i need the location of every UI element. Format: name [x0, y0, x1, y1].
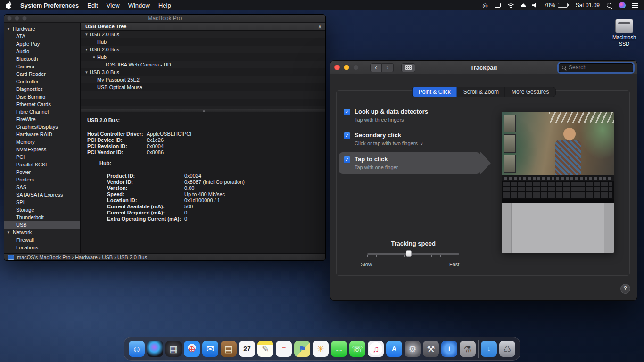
back-button[interactable]: ‹	[370, 63, 382, 72]
dock-siri[interactable]	[147, 341, 163, 357]
sidebar-item[interactable]: ▼Network	[4, 229, 80, 236]
tracking-slider-thumb[interactable]	[406, 250, 412, 257]
dock-safari[interactable]: ⊕	[184, 341, 200, 357]
dock-reminders[interactable]: ≡	[276, 341, 292, 357]
help-button[interactable]: ?	[620, 284, 630, 294]
sidebar-item[interactable]: ▼NVMExpress	[4, 146, 80, 153]
tab[interactable]: Point & Click	[413, 87, 457, 97]
trackpad-option-row[interactable]: ✓ Look up & data detectors Tap with thre…	[339, 105, 480, 126]
sidebar-item[interactable]: ▼SAS	[4, 183, 80, 191]
sidebar-item[interactable]: ▼Parallel SCSI	[4, 161, 80, 168]
notification-center-icon[interactable]	[632, 3, 638, 8]
dock-notes[interactable]: ✎	[257, 341, 273, 357]
dock-calendar[interactable]: 27	[239, 341, 255, 357]
screen-recording-icon[interactable]: ◎	[482, 2, 487, 8]
tracking-speed-slider[interactable]	[367, 250, 459, 258]
sidebar-item[interactable]: ▼Storage	[4, 206, 80, 214]
wifi-icon[interactable]	[507, 3, 514, 8]
sidebar-item[interactable]: ▼Card Reader	[4, 70, 80, 78]
sidebar-item[interactable]: ▼Camera	[4, 63, 80, 70]
dock-photos[interactable]: ✳	[313, 341, 329, 357]
menu-item[interactable]: Window	[128, 2, 150, 9]
volume-icon[interactable]	[532, 3, 537, 8]
sidebar-item[interactable]: ▼Diagnostics	[4, 85, 80, 93]
disclosure-triangle-icon[interactable]: ▼	[83, 48, 90, 52]
minimize-button[interactable]	[344, 65, 349, 70]
checkbox[interactable]: ✓	[344, 156, 350, 163]
device-tree-row[interactable]: ▼Hub	[81, 38, 325, 46]
sidebar-item[interactable]: ▼Graphics/Displays	[4, 123, 80, 131]
sidebar-item[interactable]: ▼Controller	[4, 78, 80, 85]
dock-facetime[interactable]: ☏	[349, 341, 365, 357]
sidebar-item[interactable]: ▼Power	[4, 168, 80, 176]
device-tree-row[interactable]: ▼My Passport 25E2	[81, 76, 325, 83]
sidebar-item[interactable]: ▼ATA	[4, 33, 80, 40]
sidebar-item[interactable]: ▼Locations	[4, 244, 80, 251]
desktop-volume-macintosh-ssd[interactable]: Macintosh SSD	[611, 19, 638, 48]
disclosure-triangle-icon[interactable]: ▼	[7, 25, 13, 33]
dock-contacts[interactable]: ▤	[221, 341, 237, 357]
menu-item[interactable]: Help	[158, 2, 171, 9]
device-tree-row[interactable]: ▼TOSHIBA Web Camera - HD	[81, 61, 325, 68]
chevron-down-icon[interactable]: ∨	[420, 141, 423, 146]
menu-clock[interactable]: Sat 01.09	[576, 2, 600, 8]
splitter-handle[interactable]	[81, 109, 325, 112]
dock-trash[interactable]: ♺	[499, 341, 515, 357]
disclosure-triangle-icon[interactable]: ▼	[7, 229, 13, 237]
device-tree-row[interactable]: ▼USB 3.0 Bus	[81, 68, 325, 76]
sidebar-item[interactable]: ▼Disc Burning	[4, 93, 80, 100]
sidebar-item[interactable]: ▼Ethernet Cards	[4, 100, 80, 108]
sidebar-item[interactable]: ▼Audio	[4, 48, 80, 55]
sidebar-item[interactable]: ▼Memory	[4, 138, 80, 146]
sidebar-item[interactable]: ▼Hardware	[4, 25, 80, 33]
dock-downloads[interactable]: ↓	[481, 341, 497, 357]
device-tree-header[interactable]: USB Device Tree ∧	[81, 23, 325, 31]
dock-messages[interactable]: …	[331, 341, 347, 357]
siri-icon[interactable]	[619, 2, 626, 8]
search-field[interactable]	[559, 63, 633, 72]
sidebar-item[interactable]: ▼FireWire	[4, 115, 80, 123]
sidebar-item[interactable]: ▼SATA/SATA Express	[4, 191, 80, 198]
device-tree-row[interactable]: ▼USB 2.0 Bus	[81, 31, 325, 38]
device-tree-row[interactable]: ▼USB Optical Mouse	[81, 83, 325, 91]
menu-item[interactable]: View	[107, 2, 120, 9]
sidebar-item[interactable]: ▼PCI	[4, 153, 80, 161]
dock-system-preferences[interactable]: ⚙	[405, 341, 421, 357]
tab[interactable]: More Gestures	[505, 87, 555, 97]
dock-app-store[interactable]: A	[386, 341, 402, 357]
eject-icon[interactable]	[521, 3, 526, 7]
sidebar-item[interactable]: ▼USB	[4, 221, 80, 229]
checkbox[interactable]: ✓	[344, 132, 350, 139]
sidebar-item[interactable]: ▼Fibre Channel	[4, 108, 80, 115]
dock-utility[interactable]: ⚗	[460, 341, 476, 357]
trackpad-option-row[interactable]: ✓ Secondary click Click or tap with two …	[339, 128, 480, 150]
device-tree-row[interactable]: ▼Hub	[81, 53, 325, 61]
search-input[interactable]	[569, 64, 630, 71]
sidebar-item[interactable]: ▼Firewall	[4, 236, 80, 244]
disclosure-triangle-icon[interactable]: ▼	[83, 70, 90, 74]
sidebar-item[interactable]: ▼SPI	[4, 198, 80, 206]
sidebar-item[interactable]: ▼Bluetooth	[4, 55, 80, 63]
sidebar-item[interactable]: ▼Hardware RAID	[4, 131, 80, 138]
apple-menu-icon[interactable]	[6, 2, 12, 9]
trackpad-option-row[interactable]: ✓ Tap to click Tap with one finger∨	[339, 152, 480, 174]
menu-item[interactable]: Edit	[87, 2, 98, 9]
dock-maintenance[interactable]: ⚒	[423, 341, 439, 357]
device-tree-row[interactable]: ▼USB 2.0 Bus	[81, 46, 325, 53]
sidebar-item[interactable]: ▼Printers	[4, 176, 80, 183]
sidebar-item[interactable]: ▼Thunderbolt	[4, 214, 80, 221]
trackpad-titlebar[interactable]: ‹ › Trackpad	[330, 61, 637, 74]
sidebar-item[interactable]: ▼Apple Pay	[4, 40, 80, 48]
show-all-preferences-button[interactable]	[401, 63, 415, 72]
system-info-titlebar[interactable]: MacBook Pro	[4, 15, 325, 23]
collapse-caret-icon[interactable]: ∧	[318, 24, 322, 29]
dock-finder[interactable]: ☺	[129, 341, 145, 357]
dock-separator[interactable]	[478, 340, 479, 358]
disclosure-triangle-icon[interactable]: ▼	[91, 55, 97, 59]
spotlight-icon[interactable]	[606, 2, 612, 8]
close-button[interactable]	[334, 65, 340, 70]
dock-maps[interactable]: ⚑	[294, 341, 310, 357]
dock-mail[interactable]: ✉	[202, 341, 218, 357]
zoom-button[interactable]	[353, 65, 359, 70]
sidebar-item[interactable]: ▼Volume	[4, 251, 80, 253]
